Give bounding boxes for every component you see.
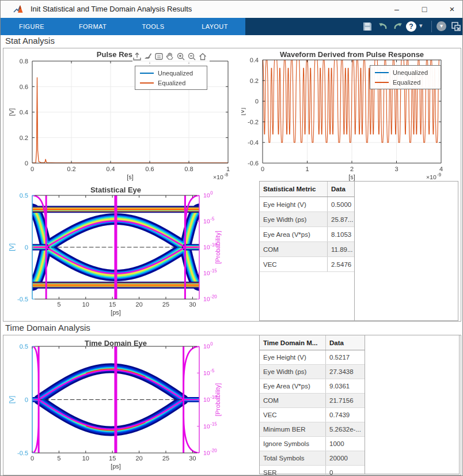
table-row[interactable]: VEC0.7439 (260, 408, 365, 422)
metric-name-cell[interactable]: Eye Height (V) (260, 350, 326, 364)
table-row[interactable]: COM21.7156 (260, 394, 365, 408)
export-icon[interactable] (132, 52, 142, 61)
pan-icon[interactable] (165, 52, 174, 61)
tab-tools[interactable]: TOOLS (124, 18, 182, 35)
table-row[interactable]: Eye Area (V*ps)8.1053 (260, 227, 354, 242)
legend-label: Unequalized (158, 70, 193, 77)
metric-value-cell[interactable]: 0 (326, 466, 364, 476)
section-title-stat-analysis: Stat Analysis (5, 36, 55, 46)
metric-name-cell[interactable]: Total Symbols (260, 451, 326, 465)
metric-value-cell[interactable]: 0.5000 (328, 197, 354, 211)
td-eye-title: Time Domain Eye (32, 339, 199, 347)
pulse-plot-title: Pulse Res (32, 50, 132, 59)
close-button[interactable]: × (439, 1, 463, 18)
table-row[interactable]: Eye Area (V*ps)9.0361 (260, 379, 365, 394)
metric-value-cell[interactable]: 0.5217 (326, 350, 364, 364)
metric-value-cell[interactable]: 5.2632e-... (326, 422, 364, 436)
window-title: Init Statistical and Time Domain Analysi… (31, 5, 192, 13)
table-row[interactable]: Eye Width (ps)25.87... (260, 212, 354, 227)
legend-label: Equalized (158, 80, 185, 86)
axes-toolbar (132, 50, 210, 63)
metric-value-cell[interactable]: 27.3438 (326, 365, 364, 379)
data-column-header[interactable]: Data (328, 182, 354, 197)
tab-figure[interactable]: FIGURE (3, 18, 60, 35)
metric-name-cell[interactable]: Eye Area (V*ps) (260, 227, 328, 241)
unequalized-line-sample (140, 73, 154, 74)
metric-name-cell[interactable]: SER (260, 466, 326, 476)
metric-value-cell[interactable]: 25.87... (328, 212, 354, 226)
tab-layout[interactable]: LAYOUT (186, 18, 244, 35)
stat-metrics-panel: Statistical MetricDataEye Height (V)0.50… (259, 181, 458, 321)
figure-window: Init Statistical and Time Domain Analysi… (0, 0, 463, 476)
undo-icon[interactable] (377, 21, 389, 32)
save-icon[interactable] (362, 21, 373, 32)
zoom-out-icon[interactable] (187, 52, 196, 61)
unequalized-line-sample (375, 72, 389, 73)
redo-icon[interactable] (392, 21, 404, 32)
metric-name-cell[interactable]: Eye Area (V*ps) (260, 379, 326, 393)
tab-format[interactable]: FORMAT (64, 18, 122, 35)
table-row[interactable]: Eye Height (V)0.5000 (260, 197, 354, 212)
matlab-icon (13, 4, 25, 14)
minimize-button[interactable]: – (384, 1, 409, 18)
table-row[interactable]: VEC2.5476 (260, 257, 354, 272)
metric-name-cell[interactable]: Eye Height (V) (260, 197, 328, 211)
metric-value-cell[interactable]: 21.7156 (326, 394, 364, 407)
table-row[interactable]: Total Symbols20000 (260, 451, 365, 466)
legend-entry-equalized: Equalized (140, 78, 202, 88)
metric-value-cell[interactable]: 0.7439 (326, 408, 364, 422)
table-header-row[interactable]: Statistical MetricData (260, 182, 354, 197)
metric-name-cell[interactable]: Eye Width (ps) (260, 212, 328, 226)
help-icon[interactable]: ? (406, 21, 416, 32)
waveform-legend[interactable]: Unequalized Equalized (370, 65, 441, 89)
metric-value-cell[interactable]: 11.89... (328, 242, 354, 256)
waveform-plot-title: Waveform Derived from Pulse Response (263, 50, 441, 59)
table-row[interactable]: COM11.89... (260, 242, 354, 257)
restore-view-icon[interactable] (198, 52, 207, 61)
stat-eye-title: Statistical Eye (32, 186, 199, 194)
metric-value-cell[interactable]: 1000 (326, 437, 364, 451)
table-row[interactable]: Eye Height (V)0.5217 (260, 350, 365, 365)
datatips-icon[interactable] (154, 52, 164, 61)
metric-name-cell[interactable]: VEC (260, 408, 326, 422)
window-titlebar[interactable]: Init Statistical and Time Domain Analysi… (1, 1, 462, 18)
statistical-eye-plot[interactable] (4, 183, 246, 321)
maximize-button[interactable]: □ (412, 1, 437, 18)
zoom-in-icon[interactable] (176, 52, 185, 61)
overflow-icon[interactable]: ▾ (437, 21, 446, 31)
metric-value-cell[interactable]: 2.5476 (328, 257, 354, 271)
help-dropdown-icon[interactable]: ▾ (419, 22, 423, 29)
td-metrics-table[interactable]: Time Domain M...DataEye Height (V)0.5217… (260, 335, 365, 474)
metric-name-cell[interactable]: COM (260, 394, 326, 407)
legend-entry-unequalized: Unequalized (375, 67, 436, 77)
metric-column-header[interactable]: Statistical Metric (260, 182, 328, 197)
toolstrip: FIGURE FORMAT TOOLS LAYOUT ? ▾ ▾ (1, 18, 462, 35)
metric-name-cell[interactable]: COM (260, 242, 328, 256)
data-column-header[interactable]: Data (326, 335, 364, 350)
legend-entry-unequalized: Unequalized (140, 68, 202, 78)
stat-metrics-table[interactable]: Statistical MetricDataEye Height (V)0.50… (260, 182, 355, 320)
legend-label: Equalized (393, 79, 420, 86)
table-row[interactable]: Eye Width (ps)27.3438 (260, 365, 365, 379)
table-header-row[interactable]: Time Domain M...Data (260, 335, 365, 350)
table-row[interactable]: Ignore Symbols1000 (260, 437, 365, 451)
toolstrip-separator (431, 21, 432, 32)
legend-entry-equalized: Equalized (375, 77, 436, 87)
metric-column-header[interactable]: Time Domain M... (260, 335, 326, 350)
equalized-line-sample (375, 82, 389, 83)
metric-name-cell[interactable]: Eye Width (ps) (260, 365, 326, 379)
table-row[interactable]: Minimum BER5.2632e-... (260, 422, 365, 437)
metric-value-cell[interactable]: 8.1053 (328, 227, 354, 241)
undock-icon[interactable] (450, 21, 462, 32)
metric-value-cell[interactable]: 9.0361 (326, 379, 364, 393)
td-metrics-panel: Time Domain M...DataEye Height (V)0.5217… (259, 335, 460, 474)
metric-name-cell[interactable]: Minimum BER (260, 422, 326, 436)
section-title-time-domain-analysis: Time Domain Analysis (5, 323, 90, 333)
brush-icon[interactable] (143, 52, 153, 61)
table-row[interactable]: SER0 (260, 466, 365, 476)
pulse-legend[interactable]: Unequalized Equalized (135, 66, 207, 90)
time-domain-eye-plot[interactable] (4, 335, 246, 475)
metric-name-cell[interactable]: Ignore Symbols (260, 437, 326, 451)
metric-value-cell[interactable]: 20000 (326, 451, 364, 465)
metric-name-cell[interactable]: VEC (260, 257, 328, 271)
